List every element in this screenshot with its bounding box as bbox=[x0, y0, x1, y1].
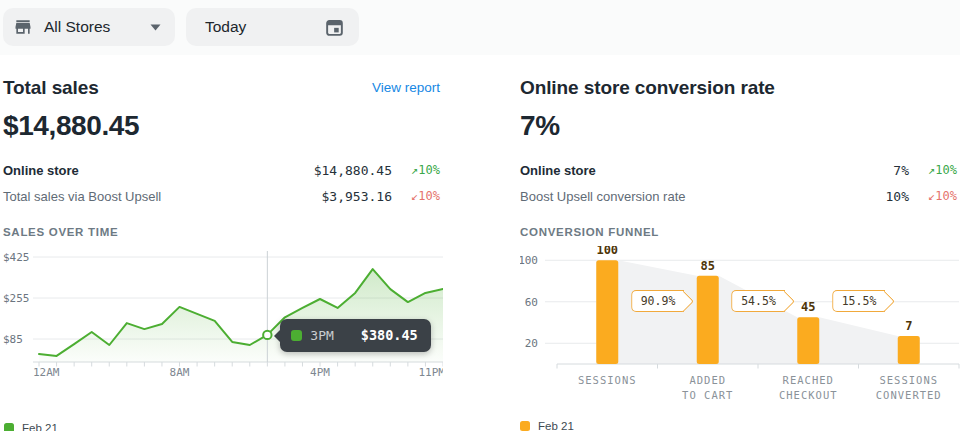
conversion-badge: 54.5% bbox=[731, 290, 785, 312]
svg-text:85: 85 bbox=[701, 259, 715, 273]
metric-value: $3,953.16 bbox=[292, 189, 392, 204]
tooltip-series-swatch bbox=[291, 330, 302, 341]
conversion-value: 7% bbox=[520, 110, 957, 142]
tooltip-time: 3PM bbox=[310, 328, 333, 343]
sales-line-chart[interactable]: $425$255$8512AM8AM4PM11PM bbox=[3, 246, 443, 376]
chart-tooltip: 3PM $380.45 bbox=[280, 319, 430, 352]
svg-text:8AM: 8AM bbox=[170, 366, 190, 376]
total-sales-title: Total sales bbox=[3, 77, 99, 99]
conversion-funnel-chart[interactable]: 1006020100SESSIONS85ADDEDTO CART45REACHE… bbox=[520, 246, 960, 403]
legend-label: Feb 21 bbox=[538, 420, 574, 431]
svg-text:$425: $425 bbox=[3, 251, 30, 264]
chevron-down-icon bbox=[150, 24, 161, 31]
svg-text:11PM: 11PM bbox=[419, 366, 444, 376]
dashboard: Total sales View report $14,880.45 Onlin… bbox=[0, 55, 960, 431]
store-selector-button[interactable]: All Stores bbox=[3, 8, 175, 46]
legend-label: Feb 21 bbox=[22, 422, 58, 431]
svg-text:4PM: 4PM bbox=[310, 366, 330, 376]
svg-text:SESSIONS: SESSIONS bbox=[879, 374, 938, 386]
svg-text:CONVERTED: CONVERTED bbox=[876, 389, 942, 401]
svg-text:100: 100 bbox=[596, 246, 618, 257]
svg-text:45: 45 bbox=[801, 300, 815, 314]
svg-text:REACHED: REACHED bbox=[783, 374, 834, 386]
delta-badge-up: ↗10% bbox=[392, 163, 440, 177]
store-icon bbox=[13, 17, 33, 37]
legend-swatch-orange bbox=[520, 421, 530, 431]
metric-row-online-store-rate: Online store 7% ↗10% bbox=[520, 157, 957, 183]
conversion-badge: 90.9% bbox=[631, 290, 685, 312]
delta-badge-up: ↗10% bbox=[909, 163, 957, 177]
sales-over-time-label: SALES OVER TIME bbox=[3, 226, 440, 238]
metric-value: 10% bbox=[809, 189, 909, 204]
view-report-link[interactable]: View report bbox=[372, 80, 440, 95]
metric-row-online-store: Online store $14,880.45 ↗10% bbox=[3, 157, 440, 183]
tooltip-value: $380.45 bbox=[361, 327, 418, 343]
funnel-chart-area: 1006020100SESSIONS85ADDEDTO CART45REACHE… bbox=[520, 246, 957, 407]
sales-chart-area: $425$255$8512AM8AM4PM11PM 3PM $380.45 bbox=[3, 246, 440, 380]
svg-text:TO CART: TO CART bbox=[682, 389, 733, 401]
delta-badge-down: ↙10% bbox=[392, 189, 440, 203]
metric-row-boost-upsell-rate: Boost Upsell conversion rate 10% ↙10% bbox=[520, 183, 957, 209]
store-selector-label: All Stores bbox=[44, 18, 110, 36]
date-range-button[interactable]: Today bbox=[186, 8, 359, 46]
topbar: All Stores Today bbox=[0, 0, 960, 55]
svg-text:$85: $85 bbox=[3, 333, 23, 346]
svg-text:12AM: 12AM bbox=[33, 366, 60, 376]
metric-value: 7% bbox=[809, 163, 909, 178]
svg-text:ADDED: ADDED bbox=[689, 374, 726, 386]
legend-swatch-green bbox=[4, 423, 14, 431]
metric-row-boost-upsell: Total sales via Boost Upsell $3,953.16 ↙… bbox=[3, 183, 440, 209]
total-sales-panel: Total sales View report $14,880.45 Onlin… bbox=[3, 55, 440, 431]
svg-text:60: 60 bbox=[525, 296, 538, 309]
svg-text:20: 20 bbox=[525, 337, 538, 350]
svg-text:100: 100 bbox=[520, 254, 538, 267]
conversion-title: Online store conversion rate bbox=[520, 77, 775, 99]
conversion-badge: 15.5% bbox=[832, 290, 886, 312]
sales-legend: Feb 21 bbox=[4, 422, 440, 431]
total-sales-value: $14,880.45 bbox=[3, 110, 440, 142]
svg-text:CHECKOUT: CHECKOUT bbox=[779, 389, 838, 401]
delta-badge-down: ↙10% bbox=[909, 189, 957, 203]
svg-text:SESSIONS: SESSIONS bbox=[578, 374, 637, 386]
funnel-legend: Feb 21 bbox=[520, 420, 957, 431]
calendar-icon bbox=[324, 17, 345, 38]
metric-value: $14,880.45 bbox=[292, 163, 392, 178]
conversion-panel: Online store conversion rate 7% Online s… bbox=[520, 55, 957, 431]
svg-text:$255: $255 bbox=[3, 292, 30, 305]
date-range-label: Today bbox=[205, 18, 246, 36]
svg-text:7: 7 bbox=[905, 319, 912, 333]
conversion-funnel-label: CONVERSION FUNNEL bbox=[520, 226, 957, 238]
